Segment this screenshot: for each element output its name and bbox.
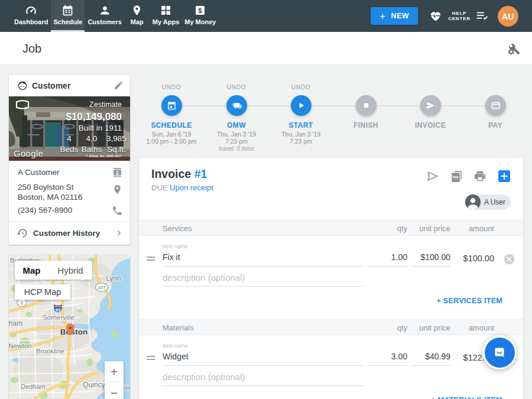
nav-item-my-money[interactable]: $ My Money: [182, 0, 218, 32]
top-navbar: Dashboard Schedule Customers Map: [0, 0, 532, 32]
nav-item-schedule[interactable]: Schedule: [51, 0, 85, 32]
add-materials-item-link[interactable]: + MATERIALS ITEM: [431, 396, 502, 399]
svg-text:PDF: PDF: [453, 176, 459, 179]
map-type-map-button[interactable]: Map: [15, 261, 48, 280]
material-item-name-input[interactable]: [163, 350, 364, 366]
step-datetime: Thu, Jan 3 '19 7:23 pm: [265, 131, 336, 145]
service-description-input[interactable]: [163, 271, 364, 287]
property-street-view-photo[interactable]: Zestimate $10,149,080 Built in 1911 4 Be…: [9, 96, 130, 161]
nav-item-my-apps[interactable]: My Apps: [150, 0, 181, 32]
stat-baths: 4.0 Baths: [80, 134, 103, 154]
svg-text:$: $: [199, 7, 203, 14]
start-step-button[interactable]: [291, 95, 312, 116]
amount-column-header: amount: [469, 323, 494, 332]
send-icon: [426, 100, 436, 111]
service-unit-price-input[interactable]: [410, 251, 450, 267]
map-type-control: Map Hybrid: [15, 261, 92, 280]
add-services-item-link[interactable]: + SERVICES ITEM: [436, 297, 502, 305]
timeline-step-invoice: INVOICE: [395, 80, 466, 129]
finish-step-button[interactable]: [356, 95, 377, 116]
drag-handle[interactable]: [147, 356, 155, 360]
undo-omw-button[interactable]: UNDO: [201, 84, 272, 91]
add-invoice-icon[interactable]: [498, 170, 510, 182]
nav-label-schedule: Schedule: [53, 18, 82, 25]
new-button[interactable]: + NEW: [371, 7, 418, 25]
nav-item-dashboard[interactable]: Dashboard: [12, 0, 50, 32]
services-header-row: Services qty unit price amount: [139, 220, 523, 236]
nav-item-customers[interactable]: Customers: [85, 0, 124, 32]
zoom-out-button[interactable]: −: [105, 382, 124, 399]
material-unit-price-input[interactable]: [410, 350, 450, 366]
unit-price-column-header: unit price: [419, 224, 450, 233]
timeline-step-omw: UNDO OMW Thu, Jan 3 '19 7:23 pm travel: …: [201, 80, 272, 152]
item-name-label: Item name: [163, 244, 188, 249]
edit-customer-pencil-icon[interactable]: [113, 80, 124, 90]
timeline-step-pay: PAY: [460, 80, 531, 129]
nav-item-map[interactable]: Map: [125, 0, 150, 32]
pay-step-button[interactable]: [485, 95, 506, 116]
service-item-name-input[interactable]: [163, 251, 364, 267]
print-icon[interactable]: [473, 170, 486, 183]
contact-card-icon[interactable]: [112, 167, 123, 178]
delete-service-item-icon[interactable]: [504, 254, 515, 265]
map-type-hybrid-button[interactable]: Hybrid: [48, 261, 92, 280]
map-label-lynn: Lynn: [106, 274, 121, 283]
item-name-label: Item name: [163, 343, 188, 349]
chat-bubble-icon: [485, 338, 515, 368]
unit-price-column-header: unit price: [419, 323, 450, 332]
step-datetime: Thu, Jan 3 '19 7:23 pm: [201, 131, 272, 145]
qty-column-header: qty: [397, 323, 407, 332]
address-line2: Boston, MA 02116: [18, 192, 82, 202]
qty-column-header: qty: [397, 224, 407, 233]
user-silhouette-icon: [465, 194, 481, 210]
page-title: Job: [22, 42, 41, 56]
phone-icon[interactable]: [112, 205, 123, 216]
nav-label-dashboard: Dashboard: [14, 18, 48, 25]
dashboard-gauge-icon: [25, 4, 37, 17]
omw-step-button[interactable]: [226, 95, 247, 116]
invoice-card: Invoice #1 DUE Upon receipt PDF: [139, 158, 523, 399]
svg-text:2: 2: [21, 300, 24, 306]
invoice-number[interactable]: #1: [194, 167, 207, 180]
travel-time: travel: 0 mins: [201, 145, 272, 152]
primary-nav: Dashboard Schedule Customers Map: [12, 0, 219, 32]
google-logo: Google: [14, 148, 43, 158]
svg-text:107: 107: [98, 285, 106, 290]
undo-start-button[interactable]: UNDO: [265, 84, 336, 91]
hcp-map-button[interactable]: HCP Map: [15, 284, 70, 300]
step-label: FINISH: [330, 121, 401, 129]
drag-handle[interactable]: [147, 257, 155, 261]
street-view-pano-icon: [15, 100, 30, 109]
health-heart-icon[interactable]: [429, 9, 442, 22]
customer-history-row[interactable]: Customer History: [9, 222, 130, 245]
zoom-in-button[interactable]: +: [105, 361, 124, 382]
credit-card-icon: [491, 100, 501, 111]
material-description-input[interactable]: [163, 370, 364, 386]
interstate-93-shield: 93: [53, 304, 63, 313]
chat-fab-button[interactable]: [482, 335, 517, 369]
job-settings-tools-icon[interactable]: [507, 42, 521, 56]
send-invoice-icon[interactable]: [426, 170, 439, 183]
undo-schedule-button[interactable]: UNDO: [136, 84, 207, 91]
calendar-icon: [167, 100, 177, 111]
customers-person-icon: [99, 4, 111, 17]
nav-label-customers: Customers: [87, 18, 121, 25]
timeline-step-schedule: UNDO SCHEDULE Sun, Jan 6 '19 1:00 pm - 2…: [136, 80, 207, 145]
due-value[interactable]: Upon receipt: [170, 183, 213, 192]
job-timeline: UNDO SCHEDULE Sun, Jan 6 '19 1:00 pm - 2…: [139, 80, 528, 154]
assigned-user-name: A User: [484, 198, 505, 206]
schedule-step-button[interactable]: [161, 95, 182, 116]
task-list-check-icon[interactable]: [475, 9, 489, 22]
step-label: OMW: [201, 121, 272, 129]
help-center-link[interactable]: HELP CENTER: [445, 11, 473, 21]
pdf-icon[interactable]: PDF: [450, 170, 463, 183]
invoice-step-button[interactable]: [420, 95, 441, 116]
timeline-step-finish: FINISH: [330, 80, 401, 129]
address-pin-icon[interactable]: [112, 184, 123, 195]
map-label-dedham: Dedham: [21, 383, 46, 390]
service-qty-input[interactable]: [367, 251, 407, 267]
assigned-user-chip[interactable]: A User: [465, 194, 511, 210]
user-avatar[interactable]: AU: [498, 6, 518, 27]
help-center-line1: HELP: [445, 11, 473, 16]
material-qty-input[interactable]: [367, 350, 407, 366]
